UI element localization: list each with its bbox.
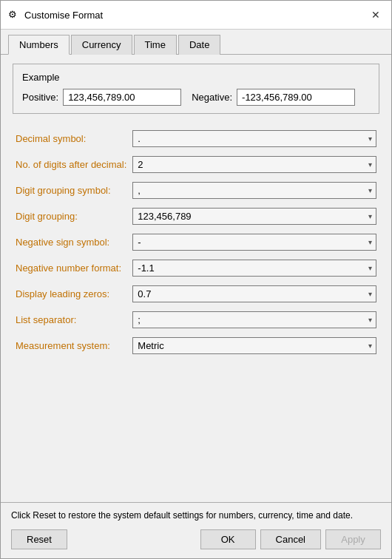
ok-button[interactable]: OK — [200, 529, 256, 549]
field-control-measurement-system: MetricU.S.U.K.▾ — [129, 333, 379, 359]
cancel-button[interactable]: Cancel — [260, 529, 321, 549]
field-control-digits-after-decimal: 0123456789▾ — [129, 152, 379, 177]
tabs-bar: Numbers Currency Time Date — [1, 30, 391, 55]
positive-value[interactable] — [63, 89, 181, 106]
field-control-display-leading-zeros: 0.7.7▾ — [129, 281, 379, 307]
field-control-negative-number-format: -1.1- 1.11.1-1.1 -(1.1)▾ — [129, 255, 379, 281]
select-list-separator[interactable]: ;, — [132, 311, 376, 328]
title-bar: ⚙ Customise Format ✕ — [1, 1, 391, 30]
example-row: Positive: Negative: — [22, 89, 370, 106]
reset-button[interactable]: Reset — [11, 529, 67, 549]
field-label-digit-grouping: Digit grouping: — [13, 203, 129, 229]
tab-time[interactable]: Time — [134, 35, 177, 55]
field-control-negative-sign-symbol: -–▾ — [129, 229, 379, 255]
negative-value[interactable] — [237, 89, 355, 106]
field-label-list-separator: List separator: — [13, 307, 129, 333]
select-negative-sign-symbol[interactable]: -– — [132, 234, 376, 251]
select-digit-grouping[interactable]: 123,456,78912,34,56,789 — [132, 208, 376, 225]
tab-numbers[interactable]: Numbers — [8, 35, 70, 55]
tab-currency[interactable]: Currency — [71, 35, 132, 55]
select-measurement-system[interactable]: MetricU.S.U.K. — [132, 337, 376, 354]
select-digit-grouping-symbol[interactable]: ,. None — [132, 182, 376, 199]
field-control-digit-grouping: 123,456,78912,34,56,789▾ — [129, 203, 379, 229]
field-control-decimal-symbol: .,▾ — [129, 126, 379, 152]
example-group: Example Positive: Negative: — [13, 64, 379, 114]
positive-example: Positive: — [22, 89, 181, 106]
tab-content: Example Positive: Negative: Decimal symb… — [1, 55, 391, 502]
field-control-digit-grouping-symbol: ,. None▾ — [129, 177, 379, 203]
footer-buttons: Reset OK Cancel Apply — [11, 529, 381, 549]
select-display-leading-zeros[interactable]: 0.7.7 — [132, 285, 376, 302]
field-control-list-separator: ;,▾ — [129, 307, 379, 333]
field-label-digits-after-decimal: No. of digits after decimal: — [13, 152, 129, 177]
dialog-title: Customise Format — [24, 10, 363, 21]
footer: Click Reset to restore the system defaul… — [1, 502, 391, 558]
reset-info: Click Reset to restore the system defaul… — [11, 509, 381, 522]
example-label: Example — [22, 72, 370, 83]
field-label-decimal-symbol: Decimal symbol: — [13, 126, 129, 152]
negative-example: Negative: — [192, 89, 355, 106]
close-button[interactable]: ✕ — [368, 7, 384, 23]
apply-button[interactable]: Apply — [325, 529, 381, 549]
settings-table: Decimal symbol:.,▾No. of digits after de… — [13, 126, 379, 359]
dialog-icon: ⚙ — [8, 9, 20, 21]
negative-label: Negative: — [192, 92, 232, 103]
field-label-digit-grouping-symbol: Digit grouping symbol: — [13, 177, 129, 203]
field-label-measurement-system: Measurement system: — [13, 333, 129, 359]
field-label-negative-sign-symbol: Negative sign symbol: — [13, 229, 129, 255]
field-label-display-leading-zeros: Display leading zeros: — [13, 281, 129, 307]
select-digits-after-decimal[interactable]: 0123456789 — [132, 156, 376, 173]
tab-date[interactable]: Date — [178, 35, 220, 55]
field-label-negative-number-format: Negative number format: — [13, 255, 129, 281]
positive-label: Positive: — [22, 92, 58, 103]
dialog: ⚙ Customise Format ✕ Numbers Currency Ti… — [0, 0, 392, 559]
select-negative-number-format[interactable]: -1.1- 1.11.1-1.1 -(1.1) — [132, 260, 376, 277]
select-decimal-symbol[interactable]: ., — [132, 130, 376, 147]
